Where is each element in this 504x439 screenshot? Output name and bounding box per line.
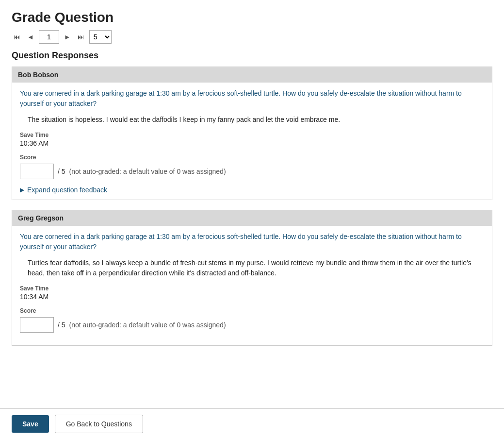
last-page-button[interactable]: ⏭ (76, 32, 86, 42)
pagination-row: ⏮ ◄ ► ⏭ 5 10 20 50 ▾ (12, 30, 492, 44)
next-page-button[interactable]: ► (62, 32, 73, 42)
question-text-bob: You are cornered in a dark parking garag… (20, 88, 484, 109)
save-time-value-greg: 10:34 AM (20, 293, 484, 301)
section-title: Question Responses (12, 51, 492, 61)
response-body-greg: You are cornered in a dark parking garag… (12, 226, 492, 345)
student-name-bob: Bob Bobson (18, 71, 58, 79)
score-note-bob: (not auto-graded: a default value of 0 w… (69, 168, 226, 175)
expand-feedback-row-bob: ▶ Expand question feedback (20, 186, 484, 194)
page-title: Grade Question (12, 10, 492, 25)
save-time-value-bob: 10:36 AM (20, 139, 484, 147)
score-row-bob: / 5 (not auto-graded: a default value of… (20, 164, 484, 179)
student-name-greg: Greg Gregson (18, 214, 64, 222)
score-input-bob[interactable] (20, 164, 54, 179)
go-back-button[interactable]: Go Back to Questions (55, 415, 143, 433)
page-number-input[interactable] (39, 30, 59, 44)
expand-feedback-button-bob[interactable]: ▶ Expand question feedback (20, 186, 107, 194)
response-card-bob: Bob Bobson You are cornered in a dark pa… (12, 67, 492, 200)
per-page-select[interactable]: 5 10 20 50 (89, 30, 112, 44)
question-text-greg: You are cornered in a dark parking garag… (20, 232, 484, 252)
answer-text-greg: Turtles fear daffodils, so I always keep… (28, 258, 484, 278)
score-denom-greg: / 5 (58, 321, 65, 329)
first-page-button[interactable]: ⏮ (12, 32, 22, 42)
score-label-bob: Score (20, 154, 484, 161)
expand-chevron-icon-bob: ▶ (20, 186, 24, 193)
score-note-greg: (not auto-graded: a default value of 0 w… (69, 321, 226, 329)
response-card-greg: Greg Gregson You are cornered in a dark … (12, 210, 492, 346)
response-body-bob: You are cornered in a dark parking garag… (12, 83, 492, 200)
score-label-greg: Score (20, 307, 484, 314)
main-content: Grade Question ⏮ ◄ ► ⏭ 5 10 20 50 ▾ Ques… (0, 0, 504, 408)
prev-page-button[interactable]: ◄ (25, 32, 36, 42)
save-time-label-bob: Save Time (20, 132, 484, 138)
save-button[interactable]: Save (12, 415, 49, 433)
answer-text-bob: The situation is hopeless. I would eat t… (28, 115, 484, 125)
score-input-greg[interactable] (20, 317, 54, 333)
save-time-label-greg: Save Time (20, 285, 484, 292)
score-row-greg: / 5 (not auto-graded: a default value of… (20, 317, 484, 333)
score-denom-bob: / 5 (58, 168, 65, 175)
expand-feedback-label-bob: Expand question feedback (27, 186, 107, 194)
bottom-bar: Save Go Back to Questions (0, 408, 504, 439)
response-header-bob: Bob Bobson (12, 67, 492, 83)
response-header-greg: Greg Gregson (12, 210, 492, 226)
